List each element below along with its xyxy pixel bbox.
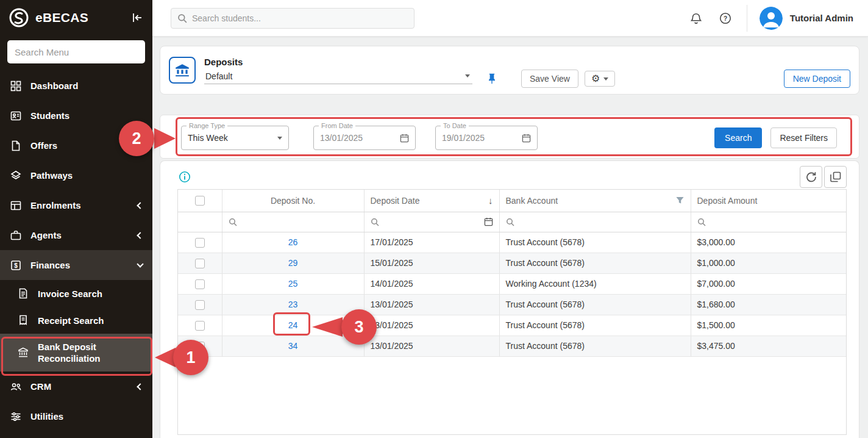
reset-filters-button[interactable]: Reset Filters bbox=[770, 127, 837, 148]
sidebar-item-finances[interactable]: $ Finances bbox=[0, 250, 152, 280]
bank-account-cell: Trust Account (5678) bbox=[499, 294, 691, 315]
to-date-label: To Date bbox=[441, 122, 469, 129]
chevron-down-icon bbox=[465, 74, 470, 77]
chevron-down-icon bbox=[277, 137, 282, 140]
sidebar-item-offers[interactable]: Offers bbox=[0, 131, 152, 160]
refresh-button[interactable] bbox=[800, 166, 822, 188]
bank-account-cell: Trust Account (5678) bbox=[499, 315, 691, 336]
bank-account-filter[interactable] bbox=[500, 218, 691, 226]
sidebar-item-receipt-search[interactable]: Receipt Search bbox=[0, 307, 152, 334]
range-type-select[interactable]: Range Type This Week bbox=[181, 126, 289, 150]
pin-icon[interactable] bbox=[486, 73, 498, 85]
svg-text:$: $ bbox=[14, 262, 18, 269]
deposit-date-cell: 13/01/2025 bbox=[364, 336, 499, 356]
row-checkbox[interactable] bbox=[195, 321, 205, 331]
table-row[interactable]: 25 14/01/2025 Working Account (1234) $7,… bbox=[178, 273, 846, 294]
table-row[interactable]: 23 13/01/2025 Trust Account (5678) $1,68… bbox=[178, 294, 846, 315]
chevron-down-icon bbox=[137, 260, 143, 267]
sidebar-item-label: Agents bbox=[30, 229, 62, 241]
row-checkbox[interactable] bbox=[195, 238, 205, 248]
from-date-label: From Date bbox=[319, 122, 355, 129]
menu-search-input[interactable] bbox=[7, 40, 145, 63]
help-icon[interactable]: ? bbox=[719, 12, 732, 25]
to-date-value: 19/01/2025 bbox=[442, 133, 485, 143]
deposit-date-filter[interactable] bbox=[365, 217, 499, 226]
header-controls: Save View ⚙ New Deposit bbox=[472, 70, 850, 88]
settings-gear-button[interactable]: ⚙ bbox=[585, 71, 615, 87]
row-checkbox[interactable] bbox=[195, 259, 205, 268]
sidebar-item-dashboard[interactable]: Dashboard bbox=[0, 71, 152, 101]
notifications-bell-icon[interactable] bbox=[689, 12, 703, 25]
app-title: eBECAS bbox=[35, 10, 124, 25]
row-checkbox[interactable] bbox=[195, 342, 205, 351]
from-date-input[interactable]: From Date 13/01/2025 bbox=[313, 126, 416, 150]
student-search[interactable] bbox=[171, 8, 414, 29]
deposit-amount-cell: $3,475.00 bbox=[691, 336, 846, 356]
calendar-icon[interactable] bbox=[522, 134, 531, 143]
deposit-link[interactable]: 34 bbox=[288, 341, 298, 351]
row-checkbox[interactable] bbox=[195, 300, 205, 310]
range-type-label: Range Type bbox=[187, 122, 227, 129]
sidebar-item-pathways[interactable]: Pathways bbox=[0, 160, 152, 190]
column-header-deposit-date[interactable]: Deposit Date↓ bbox=[364, 190, 499, 212]
view-select[interactable]: Default bbox=[204, 70, 472, 84]
deposits-table: Deposit No. Deposit Date↓ Bank Account D… bbox=[178, 190, 846, 357]
student-search-input[interactable] bbox=[192, 13, 408, 23]
sidebar-item-students[interactable]: Students bbox=[0, 101, 152, 131]
dashboard-icon bbox=[10, 80, 22, 92]
deposit-amount-filter[interactable] bbox=[691, 218, 847, 226]
calendar-icon[interactable] bbox=[400, 134, 409, 143]
chevron-left-icon bbox=[137, 383, 143, 390]
column-header-bank-account[interactable]: Bank Account bbox=[499, 190, 691, 212]
column-header-deposit-no[interactable]: Deposit No. bbox=[222, 190, 364, 212]
sidebar-item-invoice-search[interactable]: Invoice Search bbox=[0, 280, 152, 307]
calendar-icon[interactable] bbox=[484, 217, 493, 226]
select-all-checkbox[interactable] bbox=[195, 196, 205, 206]
deposit-link-24[interactable]: 24 bbox=[288, 320, 298, 330]
bank-account-cell: Trust Account (5678) bbox=[499, 336, 691, 356]
crm-icon bbox=[10, 381, 22, 393]
column-label: Deposit Amount bbox=[697, 196, 758, 206]
deposits-title-block: Deposits Default bbox=[204, 57, 472, 84]
sidebar-item-label: Enrolments bbox=[30, 199, 81, 211]
column-label: Deposit No. bbox=[271, 196, 315, 206]
logo-row: eBECAS bbox=[0, 0, 152, 35]
deposit-link[interactable]: 26 bbox=[288, 237, 298, 247]
user-name[interactable]: Tutorial Admin bbox=[790, 13, 853, 23]
table-row[interactable]: 24 13/01/2025 Trust Account (5678) $1,50… bbox=[178, 315, 846, 336]
from-date-value: 13/01/2025 bbox=[320, 133, 363, 143]
table-row[interactable]: 29 15/01/2025 Trust Account (5678) $1,00… bbox=[178, 253, 846, 273]
sidebar-item-bank-deposit-reconciliation[interactable]: Bank Deposit Reconciliation bbox=[0, 334, 152, 372]
sort-descending-icon[interactable]: ↓ bbox=[488, 195, 493, 206]
table-row[interactable]: 26 17/01/2025 Trust Account (5678) $3,00… bbox=[178, 232, 846, 253]
deposit-date-cell: 15/01/2025 bbox=[364, 253, 499, 273]
deposit-amount-cell: $7,000.00 bbox=[691, 273, 846, 294]
sidebar-collapse-icon[interactable] bbox=[130, 11, 144, 24]
save-view-button[interactable]: Save View bbox=[521, 70, 578, 88]
column-chooser-button[interactable] bbox=[824, 166, 847, 188]
deposit-amount-cell: $3,000.00 bbox=[691, 232, 846, 253]
filter-funnel-icon[interactable] bbox=[675, 196, 685, 205]
sidebar-item-enrolments[interactable]: Enrolments bbox=[0, 190, 152, 220]
deposit-amount-cell: $1,500.00 bbox=[691, 315, 846, 336]
deposit-link[interactable]: 23 bbox=[288, 300, 298, 309]
sidebar-item-crm[interactable]: CRM bbox=[0, 372, 152, 401]
deposit-link[interactable]: 25 bbox=[288, 279, 298, 289]
user-avatar[interactable] bbox=[760, 7, 783, 30]
sidebar-item-label: Utilities bbox=[30, 411, 63, 422]
sidebar-item-utilities[interactable]: Utilities bbox=[0, 401, 152, 431]
column-header-deposit-amount[interactable]: Deposit Amount bbox=[691, 190, 846, 212]
deposit-date-cell: 17/01/2025 bbox=[364, 232, 499, 253]
deposit-no-filter[interactable] bbox=[222, 218, 364, 226]
new-deposit-button[interactable]: New Deposit bbox=[784, 70, 850, 88]
search-icon bbox=[697, 218, 706, 226]
row-checkbox[interactable] bbox=[195, 279, 205, 289]
to-date-input[interactable]: To Date 19/01/2025 bbox=[435, 126, 538, 150]
info-icon[interactable] bbox=[179, 171, 191, 183]
search-button[interactable]: Search bbox=[714, 127, 762, 148]
deposit-link[interactable]: 29 bbox=[288, 258, 298, 268]
sidebar-item-label: Students bbox=[30, 110, 69, 121]
sidebar-item-agents[interactable]: Agents bbox=[0, 220, 152, 250]
table-row[interactable]: 34 13/01/2025 Trust Account (5678) $3,47… bbox=[178, 336, 846, 356]
table-header-row: Deposit No. Deposit Date↓ Bank Account D… bbox=[178, 190, 846, 212]
